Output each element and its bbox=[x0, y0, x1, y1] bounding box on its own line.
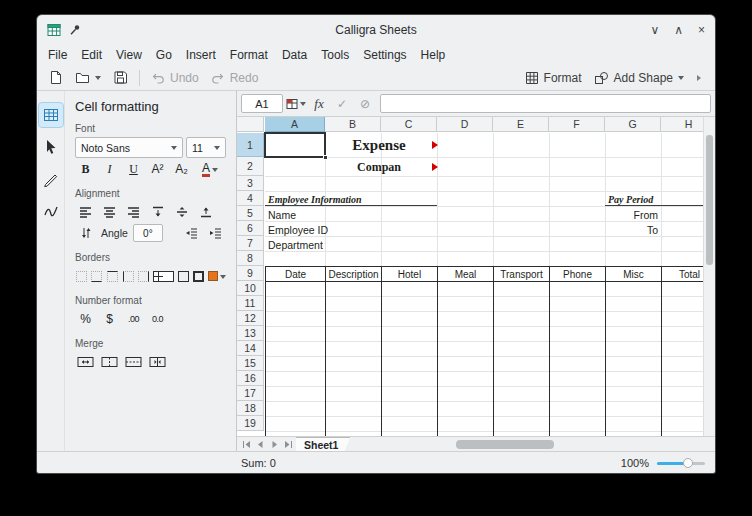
row-header-3[interactable]: 3 bbox=[237, 176, 264, 191]
row-header-8[interactable]: 8 bbox=[237, 251, 264, 266]
align-top-button[interactable] bbox=[147, 202, 168, 222]
superscript-button[interactable]: A² bbox=[147, 159, 168, 179]
new-document-button[interactable] bbox=[43, 67, 68, 89]
table-header-misc[interactable]: Misc bbox=[605, 266, 662, 282]
table-header-meal[interactable]: Meal bbox=[437, 266, 494, 282]
save-button[interactable] bbox=[108, 67, 133, 89]
underline-button[interactable]: U bbox=[123, 159, 144, 179]
formula-button[interactable]: fx bbox=[309, 94, 329, 114]
row-header-13[interactable]: 13 bbox=[237, 326, 264, 341]
titlebar[interactable]: Calligra Sheets ∨ ∧ × bbox=[37, 15, 715, 45]
text-color-button[interactable]: A bbox=[195, 159, 225, 179]
row-header-17[interactable]: 17 bbox=[237, 386, 264, 401]
row-header-16[interactable]: 16 bbox=[237, 371, 264, 386]
menu-help[interactable]: Help bbox=[414, 47, 453, 63]
table-header-hotel[interactable]: Hotel bbox=[381, 266, 438, 282]
column-header-a[interactable]: A bbox=[265, 117, 325, 132]
increase-precision-button[interactable]: .00 bbox=[123, 309, 144, 329]
menu-go[interactable]: Go bbox=[149, 47, 179, 63]
column-header-e[interactable]: E bbox=[493, 117, 549, 132]
row-header-10[interactable]: 10 bbox=[237, 281, 264, 296]
border-all-button[interactable] bbox=[153, 266, 174, 286]
align-bottom-button[interactable] bbox=[195, 202, 216, 222]
bold-button[interactable]: B bbox=[75, 159, 96, 179]
vertical-scrollbar[interactable] bbox=[703, 117, 715, 436]
next-sheet-button[interactable] bbox=[268, 438, 280, 450]
toolbar-overflow-button[interactable] bbox=[691, 67, 709, 89]
zoom-slider-handle[interactable] bbox=[683, 458, 693, 468]
menu-edit[interactable]: Edit bbox=[74, 47, 109, 63]
row-header-11[interactable]: 11 bbox=[237, 296, 264, 311]
row-header-1[interactable]: 1 bbox=[237, 133, 264, 157]
row-header-7[interactable]: 7 bbox=[237, 236, 264, 251]
row-header-18[interactable]: 18 bbox=[237, 401, 264, 416]
italic-button[interactable]: I bbox=[99, 159, 120, 179]
open-document-button[interactable] bbox=[70, 67, 106, 89]
merge-horizontal-button[interactable] bbox=[99, 352, 120, 372]
menu-data[interactable]: Data bbox=[275, 47, 314, 63]
align-middle-button[interactable] bbox=[171, 202, 192, 222]
cancel-button[interactable]: ⊘ bbox=[355, 94, 375, 114]
row-header-19[interactable]: 19 bbox=[237, 416, 264, 431]
decrease-indent-button[interactable] bbox=[181, 223, 202, 243]
border-left-button[interactable] bbox=[122, 266, 135, 286]
minimize-button[interactable]: ∨ bbox=[650, 24, 659, 36]
merge-vertical-button[interactable] bbox=[123, 352, 144, 372]
border-top-button[interactable] bbox=[106, 266, 119, 286]
freehand-tool-button[interactable] bbox=[39, 199, 63, 223]
column-header-b[interactable]: B bbox=[325, 117, 381, 132]
pin-icon[interactable] bbox=[69, 24, 81, 36]
menu-tools[interactable]: Tools bbox=[314, 47, 356, 63]
border-right-button[interactable] bbox=[137, 266, 150, 286]
subscript-button[interactable]: A₂ bbox=[171, 159, 192, 179]
font-family-select[interactable]: Noto Sans bbox=[75, 137, 183, 158]
sheet-tab[interactable]: Sheet1 bbox=[296, 437, 350, 451]
close-button[interactable]: × bbox=[698, 24, 705, 36]
row-header-15[interactable]: 15 bbox=[237, 356, 264, 371]
named-ranges-button[interactable] bbox=[286, 94, 306, 114]
format-button[interactable]: Format bbox=[520, 67, 587, 89]
vertical-text-button[interactable] bbox=[75, 223, 96, 243]
cell-selection[interactable] bbox=[264, 132, 326, 158]
undo-button[interactable]: Undo bbox=[146, 67, 204, 89]
hscroll-thumb[interactable] bbox=[456, 440, 554, 449]
apply-button[interactable]: ✓ bbox=[332, 94, 352, 114]
border-none-button[interactable] bbox=[75, 266, 88, 286]
maximize-button[interactable]: ∧ bbox=[674, 24, 683, 36]
font-size-select[interactable]: 11 bbox=[186, 137, 226, 158]
row-header-6[interactable]: 6 bbox=[237, 221, 264, 236]
column-header-g[interactable]: G bbox=[605, 117, 661, 132]
cell-reference-box[interactable]: A1 bbox=[241, 94, 283, 113]
last-sheet-button[interactable] bbox=[282, 438, 294, 450]
spreadsheet-grid[interactable]: ABCDEFGH12345678910111213141516171819Dat… bbox=[237, 117, 703, 436]
decrease-precision-button[interactable]: 0.0 bbox=[147, 309, 168, 329]
first-sheet-button[interactable] bbox=[240, 438, 252, 450]
percent-format-button[interactable]: % bbox=[75, 309, 96, 329]
select-all-corner[interactable] bbox=[237, 117, 264, 132]
cell-tool-button[interactable] bbox=[39, 103, 63, 127]
angle-spinbox[interactable]: 0° bbox=[133, 224, 163, 242]
currency-format-button[interactable]: $ bbox=[99, 309, 120, 329]
border-thick-button[interactable] bbox=[192, 266, 205, 286]
merge-cells-button[interactable] bbox=[75, 352, 96, 372]
table-header-date[interactable]: Date bbox=[265, 266, 326, 282]
border-bottom-button[interactable] bbox=[91, 266, 104, 286]
align-center-button[interactable] bbox=[99, 202, 120, 222]
column-header-h[interactable]: H bbox=[661, 117, 703, 132]
horizontal-scrollbar[interactable] bbox=[352, 437, 712, 452]
align-right-button[interactable] bbox=[123, 202, 144, 222]
add-shape-button[interactable]: Add Shape bbox=[589, 67, 689, 89]
zoom-slider[interactable] bbox=[657, 456, 705, 470]
formula-input[interactable] bbox=[380, 94, 711, 113]
row-header-9[interactable]: 9 bbox=[237, 266, 264, 281]
table-header-description[interactable]: Description bbox=[325, 266, 382, 282]
table-header-phone[interactable]: Phone bbox=[549, 266, 606, 282]
menu-settings[interactable]: Settings bbox=[356, 47, 413, 63]
row-header-4[interactable]: 4 bbox=[237, 191, 264, 206]
border-color-button[interactable] bbox=[208, 266, 226, 286]
vscroll-thumb[interactable] bbox=[706, 135, 713, 265]
menu-view[interactable]: View bbox=[109, 47, 149, 63]
table-header-total[interactable]: Total bbox=[661, 266, 703, 282]
table-header-transport[interactable]: Transport bbox=[493, 266, 550, 282]
column-header-c[interactable]: C bbox=[381, 117, 437, 132]
